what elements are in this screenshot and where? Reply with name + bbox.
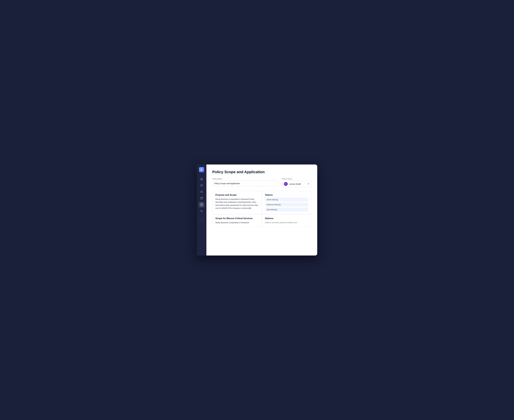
policy-owner-label: Policy Owner — [282, 178, 311, 180]
token-first-name[interactable]: {{First Name}} — [265, 198, 308, 202]
sidebar-logo: S — [199, 167, 204, 172]
sidebar-item-document[interactable] — [199, 202, 204, 208]
home-icon — [200, 178, 203, 180]
app-container: S — [197, 165, 317, 255]
svg-point-1 — [201, 191, 202, 192]
scope-mission-title: Scope for Misson Critical Services — [215, 217, 259, 220]
sidebar-item-home[interactable] — [199, 176, 204, 182]
purpose-scope-body: Ramp Business Corporation's Password Pol… — [215, 198, 259, 210]
sidebar: S — [197, 165, 206, 255]
search-icon — [200, 210, 203, 212]
scope-mission-cell: Scope for Misson Critical Services Ramp … — [212, 214, 262, 227]
page-title: Policy Scope and Application — [212, 170, 311, 174]
sidebar-divider — [199, 216, 204, 216]
sidebar-item-storage[interactable] — [199, 195, 204, 201]
options-cell: Options Options are policy-specific vari… — [262, 214, 311, 227]
tokens-list: {{First Name}} {{Second Name}} {{Company… — [265, 198, 308, 211]
options-title: Options — [265, 217, 308, 220]
tokens-cell: Tokens {{First Name}} {{Second Name}} {{… — [262, 191, 311, 214]
policy-owner-group: Policy Owner LS Lenora Smith ▼ — [282, 178, 311, 187]
owner-name: Lenora Smith — [289, 183, 306, 185]
sidebar-item-search[interactable] — [199, 208, 204, 214]
policy-name-label: Policy Name — [212, 178, 279, 180]
content-grid: Purpose and Scope Ramp Business Corporat… — [212, 191, 311, 227]
sidebar-item-tasks[interactable] — [199, 182, 204, 188]
owner-avatar: LS — [284, 182, 288, 186]
sidebar-expand-button[interactable]: > — [199, 218, 204, 222]
archive-icon — [200, 197, 203, 200]
users-icon — [200, 190, 203, 193]
check-square-icon — [200, 184, 203, 187]
token-company[interactable]: {{Company}} — [265, 208, 308, 211]
form-row: Policy Name Policy Owner LS Lenora Smith… — [212, 178, 311, 187]
purpose-scope-title: Purpose and Scope — [215, 194, 259, 196]
purpose-scope-cell: Purpose and Scope Ramp Business Corporat… — [212, 191, 262, 214]
tokens-title: Tokens — [265, 194, 308, 196]
owner-avatar-initials: LS — [284, 182, 288, 186]
scope-mission-body: Ramp Business Corporation's Password — [215, 221, 259, 224]
sidebar-item-users[interactable] — [199, 189, 204, 195]
sidebar-nav: > — [197, 176, 206, 253]
policy-name-group: Policy Name — [212, 178, 279, 186]
token-second-name[interactable]: {{Second Name}} — [265, 203, 308, 207]
file-icon — [200, 203, 203, 206]
chevron-down-icon: ▼ — [308, 183, 309, 185]
svg-rect-2 — [201, 197, 203, 198]
options-description: Options are policy-specific variables yo… — [265, 221, 308, 224]
logo-icon: S — [199, 167, 204, 172]
policy-name-input[interactable] — [212, 181, 279, 186]
main-content: Policy Scope and Application Policy Name… — [206, 165, 317, 255]
policy-owner-select[interactable]: LS Lenora Smith ▼ — [282, 181, 311, 187]
